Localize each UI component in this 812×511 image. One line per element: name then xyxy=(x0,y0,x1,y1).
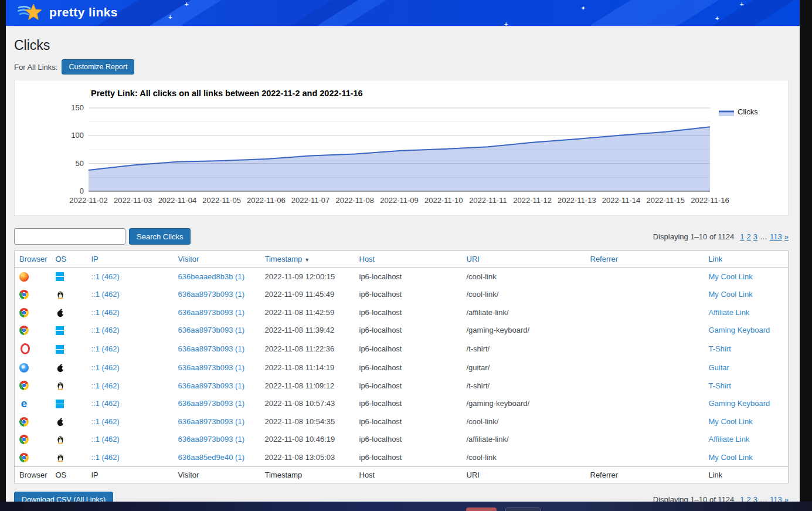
ip-link[interactable]: ::1 (462) xyxy=(91,344,120,353)
visitor-link[interactable]: 636aa8973b093 (1) xyxy=(178,381,245,390)
visitor-link[interactable]: 636aa8973b093 (1) xyxy=(178,308,245,317)
cell-referrer xyxy=(586,448,704,466)
visitor-link[interactable]: 636aa8973b093 (1) xyxy=(178,435,245,444)
visitor-link[interactable]: 636aa8973b093 (1) xyxy=(178,290,245,299)
cell-ip: ::1 (462) xyxy=(87,358,174,377)
ip-link[interactable]: ::1 (462) xyxy=(91,399,120,408)
visitor-link[interactable]: 636aa8973b093 (1) xyxy=(178,326,245,334)
col-header-ip[interactable]: IP xyxy=(87,251,174,268)
pagination-bottom: Displaying 1–10 of 1124123…113» xyxy=(653,495,789,502)
cell-referrer xyxy=(586,431,704,449)
page-link-1[interactable]: 1 xyxy=(740,232,744,241)
search-clicks-button[interactable]: Search Clicks xyxy=(129,228,191,245)
chrome-icon xyxy=(19,453,29,462)
page-link-»[interactable]: » xyxy=(784,495,789,502)
pretty-link-link[interactable]: Gaming Keyboard xyxy=(709,326,770,334)
cell-referrer xyxy=(586,358,704,377)
col-header-label: IP xyxy=(91,255,98,263)
visitor-link[interactable]: 636aa8973b093 (1) xyxy=(178,363,245,372)
cell-link: My Cool Link xyxy=(704,412,789,431)
cell-visitor: 636aa8973b093 (1) xyxy=(174,339,260,358)
visitor-link[interactable]: 636aa8973b093 (1) xyxy=(178,417,245,426)
cell-visitor: 636aa8973b093 (1) xyxy=(174,394,260,412)
ip-link[interactable]: ::1 (462) xyxy=(91,435,120,444)
col-header-label: Host xyxy=(359,255,375,263)
visitor-link[interactable]: 636aa8973b093 (1) xyxy=(178,399,245,408)
svg-text:2022-11-02: 2022-11-02 xyxy=(69,196,108,205)
visitor-link[interactable]: 636aa85ed9e40 (1) xyxy=(178,453,245,462)
footer-col-host: Host xyxy=(355,466,462,483)
cell-visitor: 636aa8973b093 (1) xyxy=(174,322,260,340)
cell-link: My Cool Link xyxy=(704,448,789,466)
col-header-browser[interactable]: Browser xyxy=(15,251,51,268)
cell-browser xyxy=(15,358,51,377)
sort-desc-icon: ▼ xyxy=(304,257,310,263)
ip-link[interactable]: ::1 (462) xyxy=(91,308,120,317)
page-link-2[interactable]: 2 xyxy=(747,232,751,241)
ip-link[interactable]: ::1 (462) xyxy=(91,363,120,372)
col-header-uri[interactable]: URI xyxy=(462,251,586,268)
ip-link[interactable]: ::1 (462) xyxy=(91,326,120,334)
ip-link[interactable]: ::1 (462) xyxy=(91,453,120,462)
page-link-113[interactable]: 113 xyxy=(770,495,782,502)
apple-icon xyxy=(56,363,65,371)
cell-timestamp: 2022-11-09 12:00:15 xyxy=(260,268,355,286)
ip-link[interactable]: ::1 (462) xyxy=(91,417,120,426)
page-link-1[interactable]: 1 xyxy=(740,495,744,502)
download-csv-button[interactable]: Download CSV (All Links) xyxy=(14,492,113,502)
ip-link[interactable]: ::1 (462) xyxy=(91,272,120,281)
sparkle-icon xyxy=(185,1,188,7)
svg-text:2022-11-03: 2022-11-03 xyxy=(114,196,152,205)
pretty-link-link[interactable]: Affiliate Link xyxy=(709,308,750,317)
page-link-113[interactable]: 113 xyxy=(770,232,782,241)
footer-col-os: OS xyxy=(51,466,87,483)
search-input[interactable] xyxy=(14,228,125,245)
cell-ip: ::1 (462) xyxy=(87,394,174,412)
clicks-chart-card: 0501001502022-11-022022-11-032022-11-042… xyxy=(14,80,789,216)
cell-referrer xyxy=(586,268,704,286)
cell-host: ip6-localhost xyxy=(355,303,462,322)
pretty-link-link[interactable]: Gaming Keyboard xyxy=(709,399,770,408)
pretty-link-link[interactable]: Guitar xyxy=(709,363,729,372)
cell-os xyxy=(51,339,87,358)
ip-link[interactable]: ::1 (462) xyxy=(91,290,120,299)
pretty-link-link[interactable]: T-Shirt xyxy=(709,344,731,353)
displaying-count: Displaying 1–10 of 1124 xyxy=(653,495,735,502)
ip-link[interactable]: ::1 (462) xyxy=(91,381,120,390)
visitor-link[interactable]: 636aa8973b093 (1) xyxy=(178,344,245,353)
visitor-link[interactable]: 636beaaed8b3b (1) xyxy=(178,272,245,281)
cell-ip: ::1 (462) xyxy=(87,412,174,431)
table-row: ::1 (462)636beaaed8b3b (1)2022-11-09 12:… xyxy=(15,268,789,286)
pretty-link-link[interactable]: Affiliate Link xyxy=(709,435,750,444)
cell-timestamp: 2022-11-08 11:39:42 xyxy=(260,322,355,340)
svg-text:2022-11-04: 2022-11-04 xyxy=(158,196,197,205)
page-link-3[interactable]: 3 xyxy=(753,232,757,241)
col-header-referrer[interactable]: Referrer xyxy=(586,251,704,268)
col-header-host[interactable]: Host xyxy=(355,251,462,268)
pretty-link-link[interactable]: T-Shirt xyxy=(709,381,731,390)
cell-ip: ::1 (462) xyxy=(87,339,174,358)
cell-uri: /guitar/ xyxy=(462,358,586,377)
pretty-link-link[interactable]: My Cool Link xyxy=(709,290,753,299)
col-header-timestamp[interactable]: Timestamp▼ xyxy=(260,251,355,268)
table-row: ::1 (462)636aa8973b093 (1)2022-11-08 11:… xyxy=(15,339,789,358)
clicks-table-header: BrowserOSIPVisitorTimestamp▼HostURIRefer… xyxy=(15,251,789,268)
col-header-visitor[interactable]: Visitor xyxy=(174,251,260,268)
col-header-label: URI xyxy=(467,255,480,263)
windows-icon xyxy=(56,400,64,408)
customize-report-button[interactable]: Customize Report xyxy=(62,59,134,75)
pretty-link-link[interactable]: My Cool Link xyxy=(709,453,753,462)
linux-icon xyxy=(56,435,65,444)
page-link-3[interactable]: 3 xyxy=(753,495,757,502)
pretty-link-link[interactable]: My Cool Link xyxy=(709,272,753,281)
col-header-link[interactable]: Link xyxy=(704,251,789,268)
report-row: For All Links: Customize Report xyxy=(14,59,789,75)
page-link-2[interactable]: 2 xyxy=(747,495,751,502)
pretty-link-link[interactable]: My Cool Link xyxy=(709,417,753,426)
col-header-os[interactable]: OS xyxy=(51,251,87,268)
page-link-»[interactable]: » xyxy=(784,232,789,241)
edge-icon xyxy=(19,399,29,408)
pretty-links-logo[interactable]: pretty links xyxy=(18,2,118,22)
displaying-count: Displaying 1–10 of 1124 xyxy=(653,232,735,241)
cell-host: ip6-localhost xyxy=(355,431,462,449)
